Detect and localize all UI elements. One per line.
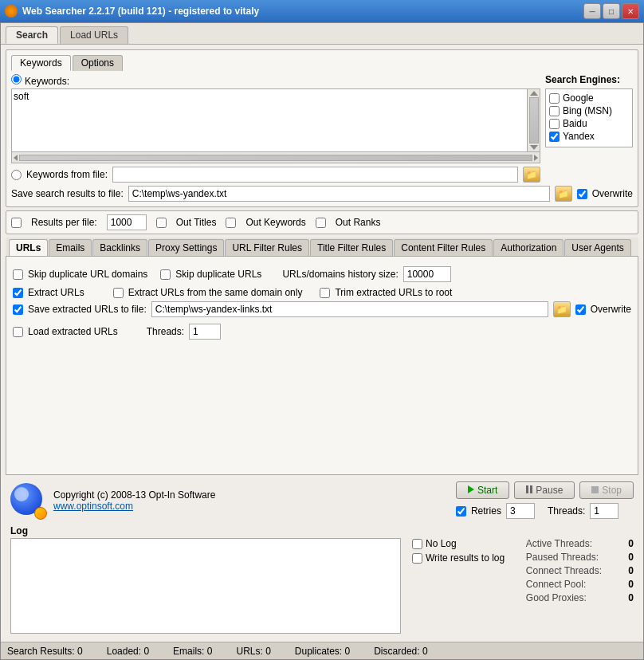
tab-backlinks[interactable]: Backlinks [92,239,147,256]
skip-dup-domains-check[interactable] [13,269,23,280]
engine-google: Google [549,92,629,104]
status-search-results: Search Results: 0 [7,646,83,657]
tab-user-agents[interactable]: User Agents [564,239,630,256]
tab-url-filter-rules[interactable]: URL Filter Rules [225,239,309,256]
retries-check[interactable] [456,506,466,517]
software-link[interactable]: www.optinsoft.com [53,501,448,512]
search-row: Keywords: soft [11,74,633,183]
extract-urls-check[interactable] [13,288,23,298]
tab-search[interactable]: Search [6,26,58,44]
save-extracted-browse-button[interactable]: 📁 [553,301,571,317]
stop-label: Stop [602,485,622,496]
skip-dup-domains-label: Skip duplicate URL domains [28,269,147,280]
stop-button[interactable]: Stop [579,481,634,499]
retries-input[interactable] [506,503,535,519]
load-extracted-label: Load extracted URLs [28,326,118,337]
keywords-file-input[interactable] [112,167,518,183]
start-button[interactable]: Start [456,481,509,499]
trim-root-check[interactable] [320,288,330,298]
textarea-scrollbar [527,89,540,151]
keywords-file-radio[interactable] [11,170,22,180]
pause-button[interactable]: Pause [514,481,575,499]
pause-label: Pause [536,485,563,496]
load-extracted-check[interactable] [13,327,23,337]
active-threads-value: 0 [618,538,634,549]
stat-active-threads: Active Threads: 0 [526,538,634,549]
save-overwrite-check[interactable] [577,189,587,199]
stat-good-proxies: Good Proxies: 0 [526,592,634,603]
out-keywords-check[interactable] [226,218,236,228]
save-results-input[interactable] [128,186,550,202]
keywords-label: Keywords: [25,74,69,87]
keywords-textarea[interactable]: soft [12,89,527,151]
close-button[interactable]: ✕ [622,3,639,19]
threads-input[interactable] [189,324,221,340]
tab-options[interactable]: Options [73,55,123,71]
engine-baidu-check[interactable] [549,119,560,129]
tab-proxy-settings[interactable]: Proxy Settings [148,239,224,256]
extract-urls-row: Extract URLs Extract URLs from the same … [13,287,631,298]
engine-yandex-label: Yandex [563,131,595,142]
results-per-file-check[interactable] [11,218,22,228]
status-duplicates: Duplicates: 0 [295,646,350,657]
stop-icon [591,485,599,496]
no-log-check[interactable] [412,539,422,549]
retries-label: Retries [471,505,501,517]
extracted-overwrite-label: Overwrite [591,304,631,315]
engine-google-check[interactable] [549,93,560,104]
tab-keywords[interactable]: Keywords [11,55,71,71]
results-per-file-input[interactable] [107,214,147,230]
engine-bing-check[interactable] [549,106,560,116]
textarea-hscrollbar [11,152,540,163]
history-size-input[interactable] [403,266,451,282]
ctrl-threads-input[interactable] [590,503,618,519]
bottom-section: Copyright (c) 2008-13 Opt-In Software ww… [6,478,638,637]
extracted-overwrite-check[interactable] [575,304,586,315]
status-discarded: Discarded: 0 [374,646,427,657]
tab-urls[interactable]: URLs [9,239,48,256]
keywords-file-browse-button[interactable]: 📁 [523,167,540,183]
hscroll-thumb[interactable] [19,155,532,161]
tab-emails[interactable]: Emails [49,239,92,256]
scroll-thumb[interactable] [529,97,539,143]
engine-bing-label: Bing (MSN) [563,105,612,116]
engine-bing: Bing (MSN) [549,105,629,116]
skip-dup-urls-check[interactable] [160,269,171,280]
connect-pool-label: Connect Pool: [526,579,586,590]
keywords-panel: Keywords Options Keywords: soft [6,49,638,207]
keywords-radio[interactable] [11,74,22,84]
scroll-down-icon [530,145,538,150]
main-window: Search Load URLs Keywords Options Keywor… [0,22,644,660]
tab-title-filter-rules[interactable]: Title Filter Rules [310,239,393,256]
out-ranks-check[interactable] [316,218,326,228]
engine-yandex-check[interactable] [549,132,560,142]
write-results-check[interactable] [412,553,422,564]
tab-load-urls[interactable]: Load URLs [60,26,128,44]
keywords-radio-row: Keywords: [11,74,540,87]
engine-baidu-label: Baidu [563,118,587,129]
window-controls: ─ □ ✕ [583,3,639,19]
out-titles-check[interactable] [156,218,167,228]
stat-connect-threads: Connect Threads: 0 [526,565,634,576]
start-icon [468,485,474,496]
extract-same-domain-check[interactable] [113,288,124,298]
extract-same-domain-label: Extract URLs from the same domain only [128,287,303,298]
write-results-label: Write results to log [426,552,505,564]
threads-label: Threads: [147,326,184,337]
controls-section: Start Pause Stop Retries [456,481,634,519]
minimize-button[interactable]: ─ [583,3,601,19]
status-urls: URLs: 0 [236,646,270,657]
tab-authorization[interactable]: Authorization [493,239,564,256]
save-overwrite-label: Overwrite [592,188,633,199]
skip-dup-row: Skip duplicate URL domains Skip duplicat… [13,266,631,282]
tab-content-filter-rules[interactable]: Content Filter Rules [394,239,493,256]
url-tabs-section: URLs Emails Backlinks Proxy Settings URL… [6,238,638,475]
save-results-browse-button[interactable]: 📁 [555,186,572,202]
log-label: Log [10,525,634,536]
log-section: Log No Log Write results to log [6,525,638,637]
connect-threads-value: 0 [618,565,634,576]
inner-tab-bar: Keywords Options [11,55,633,71]
save-extracted-check[interactable] [13,304,23,315]
save-extracted-input[interactable] [151,301,548,317]
maximize-button[interactable]: □ [603,3,620,19]
